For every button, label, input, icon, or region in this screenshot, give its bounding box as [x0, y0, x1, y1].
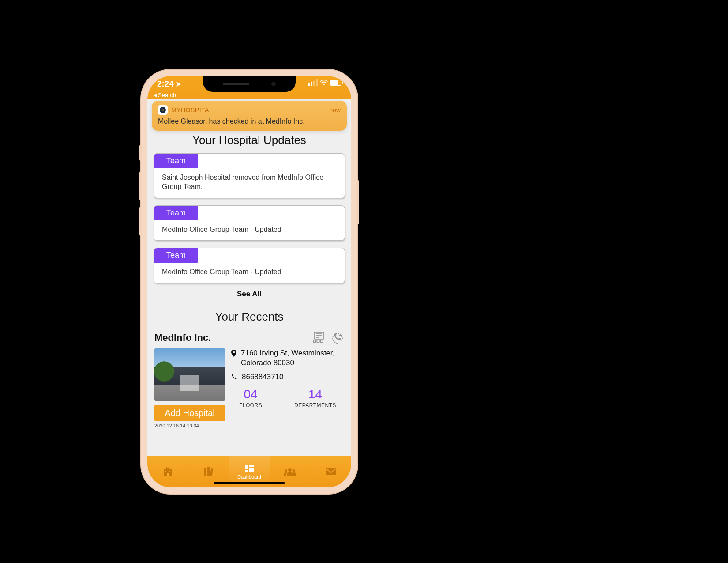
dashboard-icon	[244, 464, 255, 473]
update-tag: Team	[154, 248, 198, 263]
floors-stat: 04 FLOORS	[239, 387, 262, 408]
hospital-icon	[162, 466, 173, 477]
svg-point-8	[320, 340, 323, 343]
update-card[interactable]: Team MedInfo Office Group Team - Updated	[154, 248, 345, 283]
wifi-icon	[320, 80, 328, 86]
back-to-search[interactable]: ◀ Search	[154, 92, 176, 98]
power-button	[356, 180, 359, 224]
hospital-photo	[154, 348, 225, 401]
tab-messages[interactable]	[311, 456, 351, 487]
notification-app-name: MYHOSPITAL	[171, 106, 326, 113]
svg-rect-28	[326, 468, 336, 475]
svg-rect-15	[165, 471, 166, 472]
recents-title: Your Recents	[151, 310, 348, 324]
map-pin-icon	[231, 350, 236, 357]
updates-title: Your Hospital Updates	[151, 133, 348, 147]
main-content[interactable]: Your Hospital Updates Team Saint Joseph …	[147, 131, 351, 456]
svg-rect-20	[210, 468, 213, 476]
add-call-icon[interactable]	[331, 332, 344, 344]
svg-rect-23	[249, 465, 254, 467]
svg-rect-16	[169, 471, 170, 472]
recent-hospital-name: MedInfo Inc.	[154, 332, 311, 344]
news-group-icon[interactable]	[311, 332, 325, 344]
phone-frame: 2:24 ➤ ◀ Search $ MYHOSPITAL now Mollee …	[141, 70, 357, 494]
tab-hospital[interactable]	[147, 456, 188, 487]
svg-point-27	[293, 469, 295, 472]
svg-point-7	[317, 340, 319, 343]
phone-icon	[231, 374, 237, 380]
books-icon	[203, 466, 214, 477]
stat-divider	[278, 389, 278, 407]
floors-value: 04	[239, 387, 262, 401]
svg-point-26	[285, 469, 287, 472]
svg-rect-21	[245, 465, 248, 469]
svg-rect-19	[207, 467, 210, 476]
home-indicator[interactable]	[214, 482, 285, 484]
signal-icon	[308, 79, 318, 86]
departments-value: 14	[294, 387, 336, 401]
see-all-link[interactable]: See All	[151, 290, 348, 299]
svg-point-25	[288, 468, 292, 472]
screen: 2:24 ➤ ◀ Search $ MYHOSPITAL now Mollee …	[147, 76, 351, 487]
volume-button	[139, 171, 142, 200]
location-arrow-icon: ➤	[176, 80, 181, 87]
update-tag: Team	[154, 154, 198, 168]
people-icon	[283, 467, 296, 476]
hospital-address: 7160 Irving St, Westminster, Colorado 80…	[241, 348, 344, 368]
notification-time: now	[329, 106, 341, 113]
svg-rect-14	[168, 467, 168, 468]
timestamp-peek: 2020 12 16 14:10:04	[151, 421, 348, 428]
update-card[interactable]: Team MedInfo Office Group Team - Updated	[154, 205, 345, 241]
hospital-phone[interactable]: 8668843710	[242, 372, 284, 382]
update-text: MedInfo Office Group Team - Updated	[154, 220, 345, 234]
departments-stat: 14 DEPARTMENTS	[294, 387, 336, 408]
back-label: Search	[158, 92, 176, 98]
svg-rect-24	[249, 468, 254, 472]
update-tag: Team	[154, 206, 198, 220]
svg-rect-22	[245, 470, 248, 472]
back-triangle-icon: ◀	[154, 93, 157, 98]
volume-button	[139, 207, 142, 236]
svg-rect-17	[167, 473, 169, 476]
update-text: Saint Joseph Hospital removed from MedIn…	[154, 168, 345, 192]
notification-body: Mollee Gleason has checked in at MedInfo…	[158, 117, 341, 125]
departments-label: DEPARTMENTS	[294, 402, 336, 408]
floors-label: FLOORS	[239, 402, 262, 408]
update-text: MedInfo Office Group Team - Updated	[154, 263, 345, 277]
battery-icon	[330, 80, 341, 86]
svg-text:$: $	[161, 108, 164, 112]
notification-app-icon: $	[158, 105, 168, 115]
volume-button	[139, 145, 142, 161]
tab-label: Dashboard	[237, 474, 261, 480]
update-card[interactable]: Team Saint Joseph Hospital removed from …	[154, 153, 345, 198]
svg-rect-18	[204, 468, 206, 476]
envelope-icon	[325, 467, 337, 476]
notch	[203, 76, 296, 92]
status-time: 2:24	[157, 79, 174, 89]
notification-banner[interactable]: $ MYHOSPITAL now Mollee Gleason has chec…	[152, 101, 347, 131]
add-hospital-button[interactable]: Add Hospital	[154, 405, 225, 421]
svg-point-6	[313, 340, 316, 343]
